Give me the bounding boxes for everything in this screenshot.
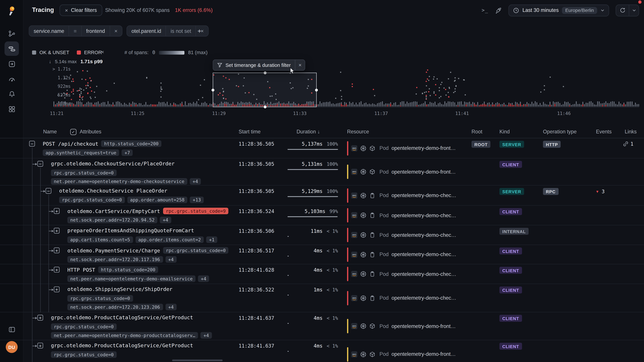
time-range-picker[interactable]: Last 30 minutes Europe/Berlin bbox=[508, 4, 609, 16]
start-time: 11:28:36.505 bbox=[239, 161, 274, 167]
events-count: 3 bbox=[602, 189, 605, 195]
column-header-operation-type[interactable]: Operation type bbox=[543, 129, 577, 135]
attribute-chip[interactable]: +4 bbox=[190, 178, 201, 185]
table-row[interactable]: +HTTP POSThttp.status_code=200net.peer.n… bbox=[0, 264, 644, 284]
table-row[interactable]: +prepareOrderItemsAndShippingQuoteFromCa… bbox=[0, 225, 644, 245]
attribute-chip[interactable]: +4 bbox=[198, 275, 209, 282]
attribute-chip[interactable]: +7 bbox=[122, 149, 133, 156]
expand-button[interactable]: + bbox=[54, 208, 60, 214]
filter-remove-icon[interactable]: × bbox=[110, 26, 122, 36]
sidebar-item-alerts[interactable] bbox=[4, 87, 19, 101]
duration-scatter-chart[interactable] bbox=[53, 67, 639, 108]
attribute-chip[interactable]: rpc.grpc.status_code=0 bbox=[68, 295, 133, 302]
selection-close-icon[interactable]: × bbox=[295, 60, 305, 70]
attribute-chip[interactable]: rpc.grpc.status_code=0 bbox=[163, 247, 228, 254]
selection-handle-bottom[interactable] bbox=[264, 105, 266, 108]
legend-item[interactable]: ERROR bbox=[77, 50, 102, 55]
attribute-chip[interactable]: +4 bbox=[165, 256, 176, 263]
attribute-chip[interactable]: app.cart.items.count=5 bbox=[68, 237, 133, 243]
collapse-button[interactable]: − bbox=[29, 141, 35, 146]
column-header-duration[interactable]: Duration ↓ bbox=[296, 129, 320, 135]
expand-button[interactable]: + bbox=[54, 286, 60, 292]
package-icon bbox=[369, 323, 376, 329]
span-name: oteldemo.CheckoutService PlaceOrder bbox=[59, 188, 167, 194]
add-filter-button[interactable]: + bbox=[194, 25, 205, 36]
app-logo[interactable] bbox=[6, 5, 17, 16]
table-row[interactable]: −oteldemo.CheckoutService PlaceOrderrpc.… bbox=[0, 186, 644, 206]
collapse-button[interactable]: − bbox=[38, 161, 43, 167]
horizontal-scrollbar[interactable] bbox=[172, 360, 222, 361]
column-header-root[interactable]: Root bbox=[472, 129, 482, 135]
expand-button[interactable]: + bbox=[54, 248, 60, 253]
column-header-resource[interactable]: Resource bbox=[347, 129, 369, 135]
column-header-events[interactable]: Events bbox=[596, 129, 612, 135]
refresh-options-button[interactable] bbox=[629, 5, 639, 16]
terminal-icon[interactable]: >_ bbox=[482, 7, 488, 13]
attribute-chip[interactable]: net.peer.name=opentelemetry-demo-checkou… bbox=[51, 178, 187, 185]
expand-button[interactable]: + bbox=[54, 228, 60, 233]
attribute-chip[interactable]: http.status_code=200 bbox=[98, 266, 158, 273]
service-color-bar bbox=[347, 319, 348, 333]
tree-guide bbox=[32, 147, 32, 158]
attribute-chip[interactable]: app.order.items.count=2 bbox=[135, 237, 204, 243]
timerange-selection-box[interactable] bbox=[213, 72, 317, 107]
attribute-chip[interactable]: rpc.grpc.status_code=0 bbox=[51, 351, 116, 358]
attribute-chip[interactable]: app.synthetic_request=true bbox=[43, 149, 119, 156]
attribute-chip[interactable]: +1 bbox=[206, 237, 217, 243]
table-row[interactable]: +grpc.oteldemo.ProductCatalogService/Get… bbox=[0, 340, 644, 362]
expand-button[interactable]: + bbox=[38, 343, 43, 349]
collapse-button[interactable]: − bbox=[46, 188, 51, 194]
sidebar-item-tracing[interactable] bbox=[4, 41, 19, 56]
attribute-chip[interactable]: net.sock.peer.addr=172.20.123.206 bbox=[68, 304, 163, 310]
table-row[interactable]: +oteldemo.CartService/EmptyCartrpc.grpc.… bbox=[0, 206, 644, 225]
table-row[interactable]: +oteldemo.PaymentService/Chargerpc.grpc.… bbox=[0, 245, 644, 264]
attribute-chip[interactable]: rpc.grpc.status_code=0 bbox=[51, 324, 116, 330]
attribute-chip[interactable]: rpc.grpc.status_code=0 bbox=[59, 197, 125, 203]
attribute-chip[interactable]: net.sock.peer.addr=172.20.117.196 bbox=[68, 256, 163, 263]
attribute-chip[interactable]: net.peer.name=opentelemetry-demo-product… bbox=[51, 332, 198, 339]
attributes-checkbox[interactable]: ✓ bbox=[70, 129, 76, 135]
clear-filters-button[interactable]: × Clear filters bbox=[60, 4, 102, 16]
attribute-chip[interactable]: rpc.grpc.status_code=0 bbox=[51, 169, 116, 176]
error-count-summary[interactable]: 1K errors (6.6%) bbox=[175, 7, 213, 13]
attribute-chip[interactable]: app.order.amount=258 bbox=[127, 197, 187, 203]
sidebar-item-servicemap[interactable] bbox=[4, 26, 19, 41]
tree-guide bbox=[40, 186, 40, 206]
duration-cell: 5,137ms100% bbox=[288, 141, 338, 147]
table-row[interactable]: −grpc.oteldemo.CheckoutService/PlaceOrde… bbox=[0, 158, 644, 186]
attribute-chip[interactable]: net.peer.name=opentelemetry-demo-emailse… bbox=[68, 275, 196, 282]
sidebar-item-logs[interactable] bbox=[4, 57, 19, 71]
duration-cell: 4ms< 1% bbox=[288, 248, 338, 254]
attribute-chip[interactable]: http.status_code=200 bbox=[101, 140, 162, 147]
selection-handle-left[interactable] bbox=[212, 89, 214, 91]
table-row[interactable]: +oteldemo.ShippingService/ShipOrderrpc.g… bbox=[0, 284, 644, 312]
events-cell[interactable]: ▼3 bbox=[596, 189, 604, 195]
rocket-icon[interactable] bbox=[495, 7, 502, 14]
column-header-links[interactable]: Links bbox=[625, 129, 636, 135]
legend-item[interactable]: OK & UNSET bbox=[32, 50, 69, 55]
column-header-start-time[interactable]: Start time bbox=[239, 129, 260, 135]
selection-handle-right[interactable] bbox=[315, 89, 318, 91]
table-row[interactable]: +grpc.oteldemo.ProductCatalogService/Get… bbox=[0, 312, 644, 340]
legend-clear-icon[interactable]: × bbox=[101, 49, 104, 55]
sidebar-item-metrics[interactable] bbox=[4, 72, 19, 86]
attribute-chip[interactable]: +4 bbox=[165, 304, 176, 310]
timezone-badge[interactable]: Europe/Berlin bbox=[562, 7, 597, 14]
attribute-chip[interactable]: net.sock.peer.addr=172.20.94.52 bbox=[68, 217, 158, 223]
expand-button[interactable]: + bbox=[38, 315, 43, 321]
attributes-checkbox-label[interactable]: Attributes bbox=[80, 129, 101, 135]
attribute-chip[interactable]: +4 bbox=[200, 332, 212, 339]
kubernetes-icon bbox=[360, 251, 366, 258]
attribute-chip[interactable]: +4 bbox=[160, 217, 171, 223]
expand-button[interactable]: + bbox=[54, 267, 60, 273]
links-cell[interactable]: 1 bbox=[623, 141, 634, 147]
attribute-chip-error[interactable]: rpc.grpc.status_code=9 bbox=[163, 208, 228, 214]
column-header-kind[interactable]: Kind bbox=[500, 129, 510, 135]
filter-chip[interactable]: service.name=frontend× bbox=[29, 25, 122, 36]
refresh-button[interactable] bbox=[616, 5, 629, 16]
table-row[interactable]: −POST /api/checkouthttp.status_code=200a… bbox=[0, 138, 644, 158]
attribute-chip[interactable]: +13 bbox=[190, 197, 204, 203]
selection-handle-top[interactable] bbox=[264, 71, 266, 74]
tree-connector-arrow-icon bbox=[49, 229, 54, 233]
sidebar-item-dashboards[interactable] bbox=[4, 102, 19, 116]
